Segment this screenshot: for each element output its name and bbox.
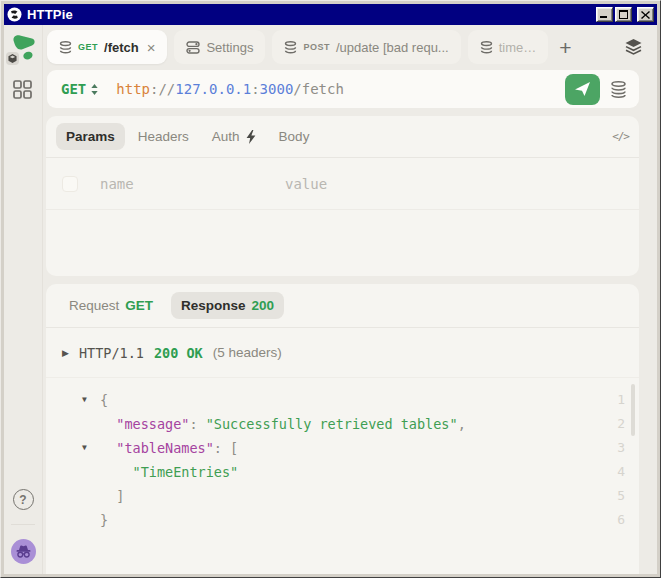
json-punct: :	[214, 440, 230, 456]
close-button[interactable]	[637, 7, 654, 22]
tab-bar: GET /fetch × Settings POST /update [bad …	[43, 25, 657, 69]
tab-response[interactable]: Response 200	[171, 292, 284, 319]
sidebar: ?	[4, 25, 43, 574]
code-view-icon[interactable]: </>	[612, 130, 629, 143]
json-key: "message"	[100, 416, 189, 432]
maximize-button[interactable]	[615, 7, 632, 22]
request-stack-icon	[59, 41, 72, 54]
code-line: "TimeEntries"4	[46, 460, 639, 484]
json-punct: ]	[100, 488, 124, 504]
tab-request[interactable]: Request GET	[59, 292, 163, 319]
param-name-input[interactable]: name	[100, 176, 285, 192]
response-status-badge: 200	[252, 298, 275, 313]
window-title: HTTPie	[27, 7, 596, 22]
request-tab-method: GET	[125, 298, 153, 313]
line-number: 1	[617, 388, 625, 412]
param-row: name value	[46, 158, 639, 210]
url-path: /fetch	[293, 81, 344, 97]
url-scheme: http	[116, 81, 150, 97]
titlebar[interactable]: HTTPie	[4, 4, 657, 25]
url-input[interactable]: http://127.0.0.1:3000/fetch	[116, 81, 565, 97]
window-controls	[596, 7, 654, 22]
close-tab-icon[interactable]: ×	[147, 40, 156, 55]
response-status-line[interactable]: ▶ HTTP/1.1 200 OK (5 headers)	[46, 328, 639, 378]
response-tab-label: Response	[181, 298, 246, 313]
line-number: 4	[617, 460, 625, 484]
request-editor-panel: Params Headers Auth Body </> name value	[46, 116, 639, 276]
line-number: 5	[617, 484, 625, 508]
main-area: GET /fetch × Settings POST /update [bad …	[43, 25, 657, 574]
app-content: ? GET /fetch × Settings	[4, 25, 657, 574]
json-punct: [	[230, 440, 238, 456]
request-options-stack-icon[interactable]	[610, 81, 627, 98]
code-line: ▼{1	[46, 388, 639, 412]
line-number: 2	[617, 412, 625, 436]
json-punct: {	[100, 392, 108, 408]
line-number: 3	[617, 436, 625, 460]
paper-plane-icon	[574, 81, 591, 97]
headers-count-label: (5 headers)	[213, 345, 282, 360]
param-value-input[interactable]: value	[285, 176, 327, 192]
tab-time-draft[interactable]: time…	[468, 30, 549, 64]
json-string: "TimeEntries"	[100, 464, 238, 480]
url-port: 3000	[260, 81, 294, 97]
httpie-window-icon	[7, 7, 23, 23]
tab-auth[interactable]: Auth	[202, 123, 266, 150]
tab-post-update[interactable]: POST /update [bad requ...	[272, 30, 460, 64]
json-punct: }	[100, 512, 108, 528]
response-panel: Request GET Response 200 ▶ HTTP/1.1 200 …	[46, 284, 639, 574]
status-code-label: 200 OK	[154, 345, 203, 361]
httpie-logo	[8, 32, 38, 62]
sidebar-divider	[11, 524, 35, 525]
request-stack-icon	[284, 41, 297, 54]
code-line: ▼ "tableNames": [3	[46, 436, 639, 460]
protocol-label: HTTP/1.1	[79, 345, 144, 361]
scrollbar-thumb[interactable]	[631, 384, 635, 436]
line-number: 6	[617, 508, 625, 532]
url-row: GET http://127.0.0.1:3000/fetch	[43, 69, 657, 116]
method-dropdown-arrows-icon	[91, 84, 98, 95]
url-host: 127.0.0.1	[175, 81, 251, 97]
code-line: "message": "Successfully retrieved table…	[46, 412, 639, 436]
json-punct: ,	[458, 416, 466, 432]
response-tabs: Request GET Response 200	[46, 284, 639, 328]
expand-icon[interactable]: ▶	[62, 348, 69, 358]
method-label: GET	[61, 81, 86, 97]
code-line: ]5	[46, 484, 639, 508]
minimize-button[interactable]	[596, 7, 613, 22]
settings-toggles-icon	[186, 41, 200, 54]
tab-settings-label: Settings	[206, 40, 253, 55]
request-stack-icon	[480, 41, 493, 54]
url-separator: ://	[150, 81, 175, 97]
json-key: "tableNames"	[100, 440, 214, 456]
tab-auth-label: Auth	[212, 129, 240, 144]
layers-icon[interactable]	[624, 38, 643, 56]
tab-method-label: POST	[303, 42, 330, 52]
tab-body[interactable]: Body	[269, 123, 320, 150]
url-bar[interactable]: GET http://127.0.0.1:3000/fetch	[47, 70, 639, 108]
collapse-icon[interactable]: ▼	[82, 388, 87, 412]
logo-package-badge-icon	[6, 52, 19, 65]
tab-params[interactable]: Params	[56, 123, 125, 150]
send-button[interactable]	[565, 74, 600, 105]
spaces-grid-icon[interactable]	[13, 80, 33, 100]
json-string: "Successfully retrieved tables"	[206, 416, 458, 432]
response-body[interactable]: ▼{1 "message": "Successfully retrieved t…	[46, 378, 639, 532]
url-port-separator: :	[251, 81, 259, 97]
request-tab-label: Request	[69, 298, 119, 313]
user-avatar[interactable]	[11, 539, 36, 564]
tab-path-label: /fetch	[104, 40, 139, 55]
json-punct: :	[189, 416, 205, 432]
collapse-icon[interactable]: ▼	[82, 436, 87, 460]
new-tab-button[interactable]: +	[555, 37, 575, 58]
method-selector[interactable]: GET	[61, 81, 98, 97]
param-checkbox[interactable]	[62, 176, 78, 192]
help-icon[interactable]: ?	[13, 489, 34, 510]
tab-settings[interactable]: Settings	[174, 30, 265, 64]
tab-method-label: GET	[78, 42, 98, 52]
tab-headers[interactable]: Headers	[128, 123, 199, 150]
app-window: HTTPie ?	[0, 0, 661, 578]
code-line: }6	[46, 508, 639, 532]
tab-path-label: /update [bad requ...	[336, 40, 449, 55]
tab-get-fetch[interactable]: GET /fetch ×	[47, 30, 167, 64]
